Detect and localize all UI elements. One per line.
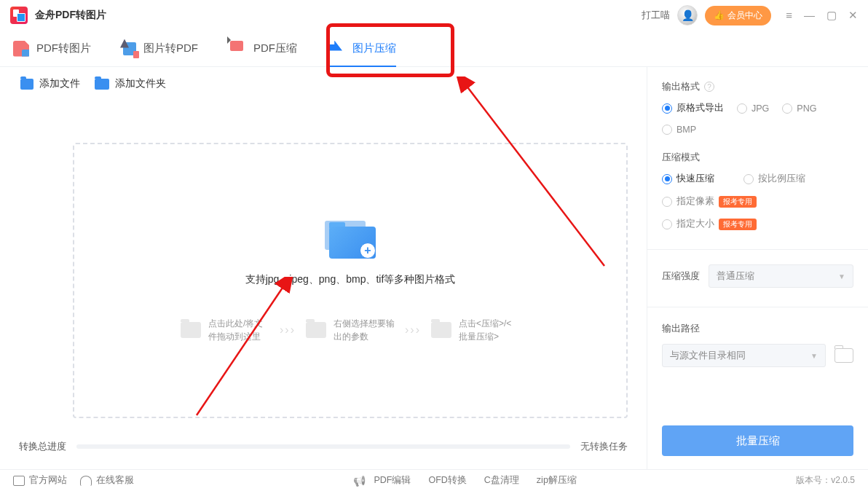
exam-badge: 报考专用	[719, 219, 757, 230]
exam-badge: 报考专用	[719, 196, 757, 208]
close-icon[interactable]: ✕	[848, 9, 858, 22]
tab-label: PDF转图片	[36, 42, 91, 55]
caret-down-icon: ▼	[838, 272, 845, 280]
tab-image-compress[interactable]: 图片压缩	[329, 31, 396, 66]
step3-text: 点击<压缩>/<批量压缩>	[459, 317, 520, 343]
official-site-link[interactable]: 官方网站	[13, 474, 67, 487]
step-folder-icon	[306, 322, 326, 338]
radio-fast-compress[interactable]: 快速压缩	[662, 173, 714, 185]
strength-dropdown[interactable]: 普通压缩 ▼	[709, 264, 853, 288]
output-path-dropdown[interactable]: 与源文件目录相同 ▼	[662, 344, 826, 367]
app-logo-icon	[10, 7, 28, 24]
radio-png[interactable]: PNG	[782, 102, 816, 114]
output-format-title: 输出格式 ?	[662, 80, 853, 93]
titlebar: 金舟PDF转图片 打工喵 👍 会员中心 ≡ — ▢ ✕	[0, 0, 868, 31]
progress-status: 无转换任务	[580, 440, 628, 453]
footer-link-item[interactable]: C盘清理	[484, 474, 519, 487]
thumbs-up-icon: 👍	[714, 10, 725, 20]
footer-link-item[interactable]: OFD转换	[428, 474, 466, 487]
megaphone-icon	[353, 475, 365, 487]
tab-pdf-to-image[interactable]: PDF转图片	[13, 31, 91, 66]
open-folder-button[interactable]	[835, 348, 853, 363]
add-file-button[interactable]: 添加文件	[20, 77, 80, 90]
progress-label: 转换总进度	[19, 440, 66, 453]
radio-jpg[interactable]: JPG	[737, 102, 769, 114]
add-folder-button[interactable]: 添加文件夹	[95, 77, 166, 90]
batch-compress-button[interactable]: 批量压缩	[662, 425, 853, 456]
folder-add-icon: +	[322, 218, 379, 259]
app-title: 金舟PDF转图片	[35, 9, 106, 22]
vip-center-button[interactable]: 👍 会员中心	[705, 6, 771, 25]
compress-mode-title: 压缩模式	[662, 151, 853, 164]
image-compress-icon	[329, 41, 342, 51]
radio-bmp[interactable]: BMP	[662, 125, 696, 135]
step2-text: 右侧选择想要输出的参数	[334, 317, 395, 343]
online-support-link[interactable]: 在线客服	[80, 474, 134, 487]
dots-icon: ›››	[405, 323, 421, 337]
file-dropzone[interactable]: + 支持jpg、jpeg、png、bmp、tif等多种图片格式 点击此处/将文件…	[73, 143, 628, 418]
username-label[interactable]: 打工喵	[642, 9, 670, 22]
avatar-icon[interactable]	[677, 5, 698, 25]
step-folder-icon	[181, 322, 201, 338]
maximize-icon[interactable]: ▢	[826, 9, 837, 22]
footer-link-item[interactable]: zip解压缩	[537, 474, 577, 487]
vip-button-label: 会员中心	[727, 9, 762, 22]
folder-icon	[95, 79, 109, 90]
file-icon	[20, 79, 33, 90]
menu-icon[interactable]: ≡	[786, 9, 792, 22]
strength-title: 压缩强度	[662, 270, 700, 283]
radio-pixel-compress[interactable]: 指定像素报考专用	[662, 195, 853, 208]
radio-size-compress[interactable]: 指定大小报考专用	[662, 218, 853, 230]
monitor-icon	[13, 476, 25, 486]
output-path-title: 输出路径	[662, 322, 853, 335]
tab-pdf-compress[interactable]: PDF压缩	[230, 31, 297, 66]
footer: 官方网站 在线客服 PDF编辑 OFD转换 C盘清理 zip解压缩 版本号：v2…	[0, 469, 868, 491]
progress-row: 转换总进度 无转换任务	[0, 433, 647, 460]
support-text: 支持jpg、jpeg、png、bmp、tif等多种图片格式	[245, 273, 456, 286]
caret-down-icon: ▼	[810, 352, 818, 360]
progress-bar	[76, 444, 570, 449]
pdf-compress-icon	[230, 41, 243, 51]
tab-label: PDF压缩	[253, 42, 297, 55]
image-to-pdf-icon	[123, 42, 136, 55]
step-folder-icon	[431, 322, 451, 338]
main-tabs: PDF转图片 图片转PDF PDF压缩 图片压缩	[0, 31, 868, 67]
add-file-label: 添加文件	[39, 77, 80, 90]
headset-icon	[80, 476, 92, 486]
version-label: 版本号：v2.0.5	[796, 474, 855, 487]
minimize-icon[interactable]: —	[804, 9, 815, 22]
radio-ratio-compress[interactable]: 按比例压缩	[743, 173, 805, 185]
tab-label: 图片压缩	[352, 42, 396, 55]
add-folder-label: 添加文件夹	[115, 77, 166, 90]
tab-label: 图片转PDF	[143, 42, 198, 55]
pdf-to-image-icon	[13, 41, 29, 57]
help-icon[interactable]: ?	[704, 82, 714, 92]
radio-original-format[interactable]: 原格式导出	[662, 102, 724, 114]
dots-icon: ›››	[280, 323, 296, 337]
step1-text: 点击此处/将文件拖动到这里	[208, 317, 269, 343]
footer-link-item[interactable]: PDF编辑	[353, 474, 411, 487]
tab-image-to-pdf[interactable]: 图片转PDF	[123, 31, 198, 66]
